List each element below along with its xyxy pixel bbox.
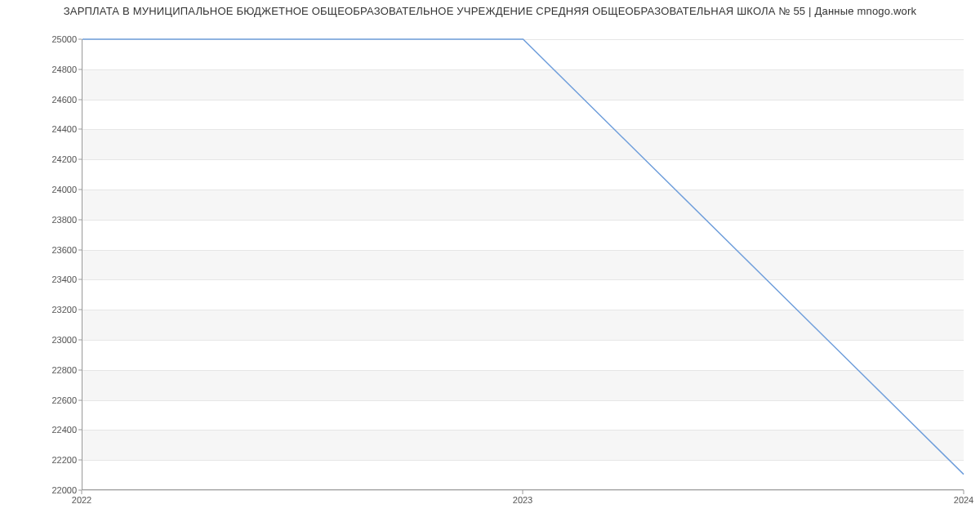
y-tick-mark (78, 129, 82, 130)
y-tick-mark (78, 190, 82, 190)
y-tick-label: 22800 (28, 365, 77, 375)
y-tick-mark (78, 369, 82, 370)
y-tick-label: 22400 (28, 425, 77, 435)
chart-container: ЗАРПЛАТА В МУНИЦИПАЛЬНОЕ БЮДЖЕТНОЕ ОБЩЕО… (0, 0, 980, 531)
y-tick-label: 25000 (28, 34, 77, 44)
chart-title: ЗАРПЛАТА В МУНИЦИПАЛЬНОЕ БЮДЖЕТНОЕ ОБЩЕО… (0, 5, 980, 17)
x-tick-mark (82, 490, 82, 494)
y-tick-mark (78, 340, 82, 341)
y-tick-label: 24000 (28, 185, 77, 194)
y-tick-mark (78, 310, 82, 310)
y-tick-mark (78, 279, 82, 280)
plot-area (82, 39, 964, 490)
y-tick-label: 24600 (28, 95, 77, 105)
y-tick-label: 23600 (28, 245, 77, 255)
y-tick-label: 22200 (28, 455, 77, 465)
y-tick-label: 23200 (28, 305, 77, 315)
x-tick-mark (964, 490, 964, 494)
y-tick-mark (78, 430, 82, 431)
line-series (82, 39, 964, 489)
y-gridline (82, 490, 964, 491)
y-tick-mark (78, 219, 82, 220)
x-tick-mark (523, 490, 523, 494)
y-tick-label: 24800 (28, 65, 77, 74)
y-tick-mark (78, 249, 82, 250)
x-tick-label: 2022 (72, 495, 91, 505)
y-tick-label: 22600 (28, 395, 77, 405)
y-tick-mark (78, 399, 82, 400)
data-line (82, 39, 964, 475)
y-tick-mark (78, 99, 82, 100)
x-tick-label: 2023 (513, 495, 532, 505)
y-tick-mark (78, 39, 82, 40)
y-tick-label: 23800 (28, 215, 77, 225)
y-tick-label: 22000 (28, 485, 77, 495)
y-tick-label: 23000 (28, 335, 77, 345)
y-tick-mark (78, 460, 82, 461)
y-tick-mark (78, 69, 82, 69)
x-tick-label: 2024 (954, 495, 973, 505)
y-tick-label: 24200 (28, 154, 77, 164)
y-tick-label: 24400 (28, 124, 77, 134)
y-tick-label: 23400 (28, 274, 77, 284)
y-tick-mark (78, 159, 82, 160)
